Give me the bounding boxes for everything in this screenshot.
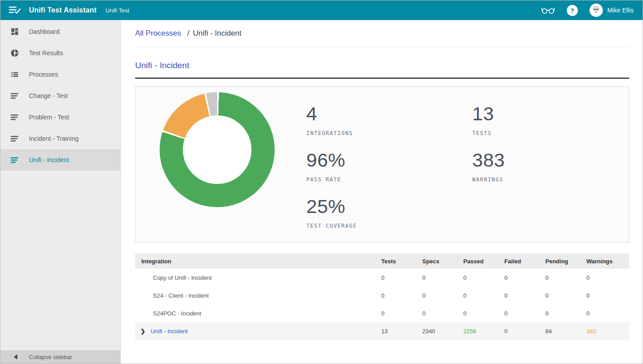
user-avatar	[589, 4, 603, 17]
table-row: Copy of Unifi - Incident 0 0 0 0 0 0	[135, 269, 629, 286]
donut-icon	[10, 49, 19, 57]
stat-tests: 13 TESTS	[472, 104, 505, 136]
sidebar-item-label: Change - Test	[29, 92, 68, 99]
column-header-tests: Tests	[381, 258, 422, 265]
process-lines-icon	[10, 92, 19, 100]
sidebar-item-label: Incident - Training	[29, 135, 78, 142]
sidebar-item-change-test[interactable]: Change - Test	[0, 85, 120, 106]
sidebar-item-unifi-incident[interactable]: Unifi - Incident	[0, 149, 120, 171]
integration-name: S24 - Client - Incident	[135, 292, 381, 299]
cell-failed: 0	[504, 274, 545, 281]
cell-specs: 0	[422, 310, 463, 317]
app-header: Unifi Test Assistant Unifi Test ?	[0, 0, 643, 20]
user-name: Mike Ellis	[607, 7, 634, 14]
stat-value: 4	[306, 104, 357, 123]
page-title: Unifi - Incident	[135, 61, 629, 70]
sidebar-item-dashboard[interactable]: Dashboard	[0, 21, 120, 42]
stat-warnings: 383 WARNINGS	[472, 151, 505, 183]
column-header-integration: Integration	[135, 258, 381, 265]
user-menu[interactable]: Mike Ellis	[589, 4, 634, 17]
cell-tests: 0	[381, 292, 422, 299]
cell-failed: 0	[504, 328, 545, 335]
integration-name-cell: ❯ Unifi - Incident	[135, 328, 381, 335]
list-icon	[10, 70, 19, 79]
cell-specs: 0	[422, 274, 463, 281]
cell-warnings: 383	[586, 328, 629, 335]
column-header-warnings: Warnings	[586, 258, 629, 265]
sidebar-item-incident-training[interactable]: Incident - Training	[0, 128, 120, 149]
stat-label: INTEGRATIONS	[306, 130, 357, 136]
cell-tests: 13	[381, 328, 422, 335]
integrations-table: Integration Tests Specs Passed Failed Pe…	[135, 254, 629, 340]
stat-value: 13	[472, 104, 505, 123]
donut-hole	[183, 115, 251, 184]
column-header-specs: Specs	[422, 258, 463, 265]
app-subtitle: Unifi Test	[106, 7, 129, 14]
column-header-pending: Pending	[545, 258, 586, 265]
cell-failed: 0	[504, 310, 545, 317]
collapse-arrow-icon	[14, 354, 17, 360]
cell-passed: 0	[463, 274, 504, 281]
cell-warnings: 0	[586, 274, 629, 281]
sidebar: Dashboard Test Results Processes	[0, 20, 121, 364]
table-header-row: Integration Tests Specs Passed Failed Pe…	[135, 254, 629, 269]
section-header: Unifi - Incident	[135, 47, 629, 79]
process-lines-icon	[10, 113, 19, 121]
column-header-failed: Failed	[504, 258, 545, 265]
cell-passed: 0	[463, 292, 504, 299]
stat-value: 383	[472, 151, 505, 170]
column-header-passed: Passed	[463, 258, 504, 265]
stat-label: TESTS	[472, 130, 505, 136]
cell-failed: 0	[504, 292, 545, 299]
table-row: S24 - Client - Incident 0 0 0 0 0 0	[135, 286, 629, 304]
table-row: S24POC - Incident 0 0 0 0 0 0	[135, 304, 629, 322]
app-window: Unifi Test Assistant Unifi Test ?	[0, 0, 643, 364]
dashboard-icon	[10, 27, 19, 36]
stat-label: WARNINGS	[472, 176, 505, 183]
collapse-label: Collapse sidebar	[29, 354, 72, 360]
stats-column-1: 4 INTEGRATIONS 96% PASS RATE 25% TEST CO…	[306, 104, 357, 243]
sidebar-item-label: Test Results	[29, 49, 63, 57]
cell-pending: 0	[545, 292, 586, 299]
stat-test-coverage: 25% TEST COVERAGE	[306, 197, 357, 229]
cell-specs: 2340	[422, 328, 463, 335]
donut-chart	[160, 92, 275, 207]
sidebar-item-test-results[interactable]: Test Results	[0, 42, 120, 64]
menu-check-icon[interactable]	[8, 5, 22, 16]
breadcrumb: All Processes / Unifi - Incident	[135, 20, 629, 47]
stat-label: TEST COVERAGE	[306, 223, 357, 229]
breadcrumb-all-processes-link[interactable]: All Processes	[135, 29, 181, 38]
cell-passed: 2256	[463, 328, 504, 335]
integration-name: Copy of Unifi - Incident	[135, 274, 381, 281]
help-icon[interactable]: ?	[567, 5, 578, 16]
stat-value: 25%	[306, 197, 357, 216]
sidebar-item-processes[interactable]: Processes	[0, 64, 120, 85]
integration-name: S24POC - Incident	[135, 310, 381, 317]
stat-value: 96%	[306, 151, 357, 170]
process-lines-icon	[10, 156, 19, 164]
cell-passed: 0	[463, 310, 504, 317]
app-title: Unifi Test Assistant	[29, 6, 97, 14]
stat-integrations: 4 INTEGRATIONS	[306, 104, 357, 136]
cell-tests: 0	[381, 274, 422, 281]
breadcrumb-current: Unifi - Incident	[193, 29, 242, 38]
collapse-sidebar-button[interactable]: Collapse sidebar	[0, 350, 120, 364]
header-actions: ? Mike Ellis	[541, 4, 634, 17]
table-row-unifi-incident: ❯ Unifi - Incident 13 2340 2256 0 84 383	[135, 322, 629, 340]
cell-tests: 0	[381, 310, 422, 317]
stats-column-2: 13 TESTS 383 WARNINGS	[472, 104, 505, 197]
summary-panel: 4 INTEGRATIONS 96% PASS RATE 25% TEST CO…	[135, 86, 629, 243]
sidebar-item-label: Unifi - Incident	[29, 156, 69, 164]
stat-label: PASS RATE	[306, 176, 357, 183]
cell-warnings: 0	[586, 310, 629, 317]
expand-chevron-icon[interactable]: ❯	[140, 328, 145, 334]
process-lines-icon	[10, 135, 19, 143]
glasses-icon[interactable]	[541, 5, 555, 15]
cell-specs: 0	[422, 292, 463, 299]
integration-link[interactable]: Unifi - Incident	[151, 328, 188, 335]
sidebar-item-label: Processes	[29, 71, 58, 78]
sidebar-item-label: Dashboard	[29, 28, 60, 35]
sidebar-item-problem-test[interactable]: Problem - Test	[0, 106, 120, 128]
cell-warnings: 0	[586, 292, 629, 299]
title-underline	[135, 78, 629, 79]
